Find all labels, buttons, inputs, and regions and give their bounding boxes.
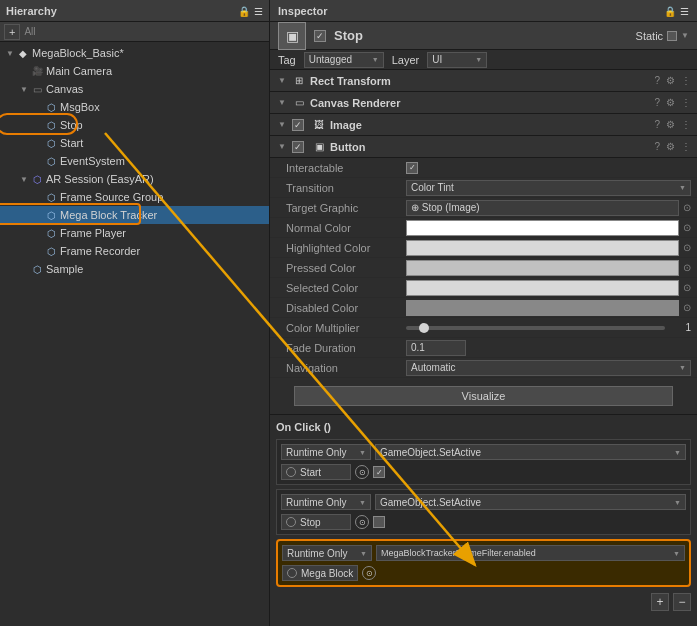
target-graphic-picker[interactable]: ⊙ [683,202,691,213]
rect-transform-settings[interactable]: ⚙ [666,75,675,86]
canvas-renderer-settings[interactable]: ⚙ [666,97,675,108]
tree-item-megablock-tracker[interactable]: ⬡ Mega Block Tracker [0,206,269,224]
entry-megablock-target-btn[interactable]: ⊙ [362,566,376,580]
rect-transform-help[interactable]: ? [654,75,660,86]
tag-dropdown[interactable]: Untagged [304,52,384,68]
layer-dropdown[interactable]: UI [427,52,487,68]
tree-item-main-camera[interactable]: Main Camera [0,62,269,80]
entry-stop-runtime[interactable]: Runtime Only [281,494,371,510]
target-graphic-field[interactable]: ⊕ Stop (Image) [406,200,679,216]
entry-start-method[interactable]: GameObject.SetActive [375,444,686,460]
canvas-renderer-icon: ▭ [292,96,306,110]
normal-color-picker[interactable]: ⊙ [683,222,691,233]
transition-row: Transition Color Tint [270,178,697,198]
add-entry-button[interactable]: + [651,593,669,611]
static-dropdown-arrow[interactable]: ▼ [681,31,689,40]
tree-item-eventsystem[interactable]: ⬡ EventSystem [0,152,269,170]
button-checkbox[interactable] [292,141,304,153]
selected-color-swatch[interactable] [406,280,679,296]
camera-label: Main Camera [46,65,112,77]
tree-item-start[interactable]: ⬡ Start [0,134,269,152]
component-rect-transform[interactable]: ⊞ Rect Transform ? ⚙ ⋮ [270,70,697,92]
hierarchy-toolbar: + All [0,22,269,42]
disabled-color-swatch[interactable] [406,300,679,316]
layer-label: Layer [392,54,420,66]
inspector-header-icons [664,5,689,17]
canvas-renderer-menu[interactable]: ⋮ [681,97,691,108]
add-button[interactable]: + [4,24,20,40]
menu-icon[interactable] [254,5,263,17]
entry-start-target-btn[interactable]: ⊙ [355,465,369,479]
normal-color-label: Normal Color [286,222,406,234]
remove-entry-button[interactable]: − [673,593,691,611]
component-button[interactable]: ▣ Button ? ⚙ ⋮ [270,136,697,158]
normal-color-value: ⊙ [406,220,691,236]
entry-start-checkbox[interactable] [373,466,385,478]
highlighted-color-row: Highlighted Color ⊙ [270,238,697,258]
entry-start-runtime[interactable]: Runtime Only [281,444,371,460]
navigation-value: Automatic [406,360,691,376]
tree-item-framesource[interactable]: ⬡ Frame Source Group [0,188,269,206]
component-canvas-renderer[interactable]: ▭ Canvas Renderer ? ⚙ ⋮ [270,92,697,114]
fade-duration-input[interactable] [406,340,466,356]
entry-megablock-object[interactable]: Mega Block [282,565,358,581]
selected-color-label: Selected Color [286,282,406,294]
transition-dropdown[interactable]: Color Tint [406,180,691,196]
entry-stop-object[interactable]: Stop [281,514,351,530]
tree-item-arsession[interactable]: ⬡ AR Session (EasyAR) [0,170,269,188]
entry-stop-method[interactable]: GameObject.SetActive [375,494,686,510]
scene-arrow [4,47,16,59]
image-checkbox[interactable] [292,119,304,131]
all-label: All [24,26,35,37]
tree-item-frameplayer[interactable]: ⬡ Frame Player [0,224,269,242]
framesource-icon: ⬡ [44,190,58,204]
image-name: Image [330,119,654,131]
navigation-label: Navigation [286,362,406,374]
entry-megablock-method[interactable]: MegaBlockTrackerFrameFilter.enabled [376,545,685,561]
object-active-checkbox[interactable] [314,30,326,42]
highlighted-color-picker[interactable]: ⊙ [683,242,691,253]
normal-color-swatch[interactable] [406,220,679,236]
entry-start-object[interactable]: Start [281,464,351,480]
inspector-menu-icon[interactable] [680,5,689,17]
rect-transform-menu[interactable]: ⋮ [681,75,691,86]
color-multiplier-slider[interactable]: 1 [406,322,691,333]
arsession-icon: ⬡ [30,172,44,186]
button-settings[interactable]: ⚙ [666,141,675,152]
tree-item-stop[interactable]: ⬡ Stop [0,116,269,134]
pressed-color-swatch[interactable] [406,260,679,276]
inspector-lock-icon[interactable] [664,5,676,17]
entry-stop-row1: Runtime Only GameObject.SetActive [281,492,686,512]
tree-item-canvas[interactable]: ▭ Canvas [0,80,269,98]
tree-item-framerecorder[interactable]: ⬡ Frame Recorder [0,242,269,260]
entry-megablock-runtime[interactable]: Runtime Only [282,545,372,561]
button-help[interactable]: ? [654,141,660,152]
highlighted-color-swatch[interactable] [406,240,679,256]
entry-stop-target-btn[interactable]: ⊙ [355,515,369,529]
object-name: Stop [334,28,363,43]
tree-item-sample[interactable]: ⬡ Sample [0,260,269,278]
entry-stop-row2: Stop ⊙ [281,512,686,532]
static-checkbox[interactable] [667,31,677,41]
disabled-color-picker[interactable]: ⊙ [683,302,691,313]
visualize-button[interactable]: Visualize [294,386,673,406]
entry-stop-checkbox[interactable] [373,516,385,528]
scene-root[interactable]: ◆ MegaBlock_Basic* [0,44,269,62]
inspector-panel: Inspector ▣ Stop Static ▼ Tag Untagged L… [270,0,697,626]
component-image[interactable]: 🖼 Image ? ⚙ ⋮ [270,114,697,136]
camera-icon [30,64,44,78]
arsession-label: AR Session (EasyAR) [46,173,154,185]
image-help[interactable]: ? [654,119,660,130]
lock-icon[interactable] [238,5,250,17]
pressed-color-picker[interactable]: ⊙ [683,262,691,273]
framerecorder-label: Frame Recorder [60,245,140,257]
interactable-checkbox[interactable] [406,162,418,174]
selected-color-value: ⊙ [406,280,691,296]
image-menu[interactable]: ⋮ [681,119,691,130]
canvas-renderer-help[interactable]: ? [654,97,660,108]
button-menu[interactable]: ⋮ [681,141,691,152]
tree-item-msgbox[interactable]: ⬡ MsgBox [0,98,269,116]
selected-color-picker[interactable]: ⊙ [683,282,691,293]
navigation-dropdown[interactable]: Automatic [406,360,691,376]
image-settings[interactable]: ⚙ [666,119,675,130]
